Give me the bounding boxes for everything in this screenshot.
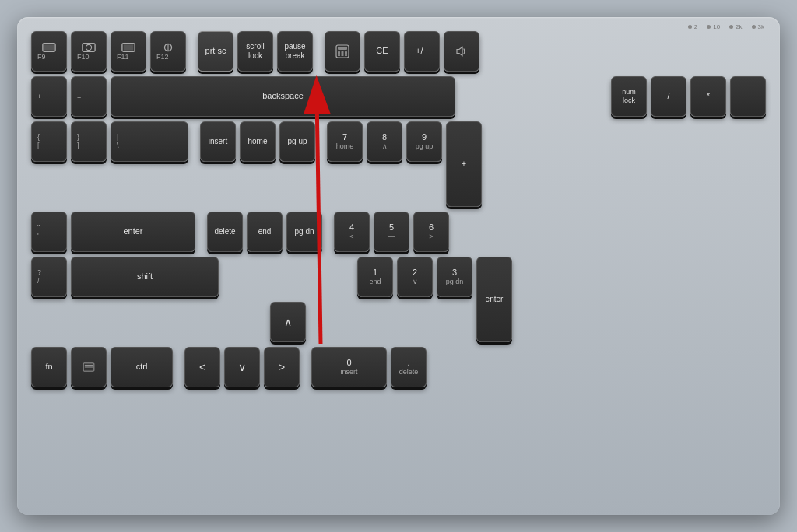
key-plusminus[interactable]: +/− <box>404 31 440 72</box>
key-plusminus-label: +/− <box>416 46 428 56</box>
key-close-brace[interactable]: } ] <box>71 121 107 162</box>
key-ce[interactable]: CE <box>364 31 400 72</box>
row4-nav: ∧ <box>230 257 346 342</box>
key-ce-label: CE <box>376 46 388 56</box>
key-num7[interactable]: 7 home <box>327 121 363 162</box>
key-num-enter[interactable]: enter <box>476 257 512 342</box>
key-num9[interactable]: 9 pg up <box>406 121 442 162</box>
key-open-brace[interactable]: { [ <box>31 121 67 162</box>
led-dot-2 <box>707 25 711 29</box>
keyboard-body: 2 10 2k 3k F9 F10 <box>17 17 780 515</box>
led-label-2: 10 <box>713 23 720 30</box>
key-num-asterisk[interactable]: * <box>690 76 726 117</box>
key-f12[interactable]: F12 <box>150 31 186 72</box>
key-end[interactable]: end <box>247 212 283 252</box>
row3-nav: delete end pg dn <box>207 212 322 252</box>
row5-numpad: 0 insert . delete <box>311 347 427 387</box>
key-arrow-left[interactable]: < <box>184 347 220 387</box>
key-fn[interactable]: fn <box>31 347 67 387</box>
led-label-3: 2k <box>736 23 742 30</box>
key-num-plus[interactable]: + <box>446 121 482 207</box>
key-quote[interactable]: " ' <box>31 212 67 252</box>
led-2: 10 <box>707 23 720 30</box>
key-scrolllock-label: scrolllock <box>246 42 264 61</box>
key-num-slash[interactable]: / <box>651 76 686 117</box>
key-f11[interactable]: F11 <box>111 31 146 72</box>
key-num8[interactable]: 8 ∧ <box>367 121 402 162</box>
key-ctrl[interactable]: ctrl <box>111 347 173 387</box>
row3-main: " ' enter <box>31 212 195 252</box>
key-plus-sym[interactable]: + <box>31 76 67 117</box>
key-question[interactable]: ? / <box>31 257 67 297</box>
row3-numpad: 4 < 5 — 6 > <box>334 212 449 252</box>
row2-nav: insert home pg up <box>200 121 315 207</box>
led-dot-1 <box>688 25 692 29</box>
key-pause[interactable]: pausebreak <box>277 31 313 72</box>
row1-main: + = backspace <box>31 76 455 117</box>
key-mute[interactable] <box>444 31 479 72</box>
key-prtsc-label: prt sc <box>205 46 226 56</box>
key-num-minus[interactable]: − <box>730 76 766 117</box>
row4-numpad: 1 end 2 ∨ 3 pg dn enter <box>357 257 512 342</box>
key-num-dot[interactable]: . delete <box>391 347 427 387</box>
key-pause-label: pausebreak <box>284 42 305 61</box>
key-backspace-label: backspace <box>262 91 304 101</box>
key-arrow-right[interactable]: > <box>264 347 300 387</box>
key-f10[interactable]: F10 <box>71 31 107 72</box>
row2-main: { [ } ] | \ <box>31 121 188 207</box>
key-pgup[interactable]: pg up <box>279 121 315 162</box>
led-dot-4 <box>752 25 756 29</box>
fn-numpad-section: CE +/− <box>325 31 479 72</box>
key-insert[interactable]: insert <box>200 121 236 162</box>
key-numlock[interactable]: numlock <box>611 76 647 117</box>
svg-point-3 <box>86 44 91 50</box>
row4: ? / shift ∧ 1 end <box>31 257 766 342</box>
key-shift-right[interactable]: shift <box>71 257 219 297</box>
svg-rect-13 <box>338 54 340 56</box>
key-delete[interactable]: delete <box>207 212 243 252</box>
key-menu[interactable] <box>71 347 107 387</box>
key-prtsc[interactable]: prt sc <box>198 31 233 72</box>
svg-rect-12 <box>345 51 347 54</box>
row4-main: ? / shift <box>31 257 219 342</box>
row5: fn ctrl < <box>31 347 766 387</box>
led-4: 3k <box>752 23 764 30</box>
key-num0[interactable]: 0 insert <box>311 347 387 387</box>
led-label-4: 3k <box>758 23 764 30</box>
key-num6[interactable]: 6 > <box>413 212 449 252</box>
key-backspace[interactable]: backspace <box>111 76 455 117</box>
key-num3[interactable]: 3 pg dn <box>437 257 472 297</box>
key-num2[interactable]: 2 ∨ <box>397 257 433 297</box>
row5-arrows: < ∨ > <box>184 347 300 387</box>
key-pgdn[interactable]: pg dn <box>286 212 322 252</box>
led-dot-3 <box>729 25 733 29</box>
key-equals[interactable]: = <box>71 76 107 117</box>
svg-rect-5 <box>124 44 134 50</box>
key-num5[interactable]: 5 — <box>374 212 409 252</box>
key-calc[interactable] <box>325 31 360 72</box>
svg-rect-15 <box>345 54 347 56</box>
key-arrow-up[interactable]: ∧ <box>270 302 306 342</box>
row1-nav-spacer <box>467 76 599 117</box>
keyboard-rows: F9 F10 F11 F12 prt sc <box>31 31 766 498</box>
key-home[interactable]: home <box>240 121 276 162</box>
svg-rect-10 <box>338 51 340 54</box>
led-1: 2 <box>688 23 697 30</box>
row1: + = backspace numlock / <box>31 76 766 117</box>
key-enter[interactable]: enter <box>71 212 195 252</box>
svg-rect-1 <box>44 44 54 50</box>
row2: { [ } ] | \ insert home <box>31 121 766 207</box>
row5-main: fn ctrl <box>31 347 173 387</box>
row1-numpad: numlock / * − <box>611 76 766 117</box>
key-num4[interactable]: 4 < <box>334 212 370 252</box>
key-arrow-down[interactable]: ∨ <box>224 347 260 387</box>
row2-numpad: 7 home 8 ∧ 9 pg up + <box>327 121 482 207</box>
svg-rect-14 <box>342 54 344 56</box>
fn-main-section: F9 F10 F11 F12 <box>31 31 186 72</box>
key-backslash[interactable]: | \ <box>111 121 188 162</box>
key-scrolllock[interactable]: scrolllock <box>237 31 273 72</box>
key-num1[interactable]: 1 end <box>357 257 393 297</box>
led-3: 2k <box>729 23 742 30</box>
fn-nav-section: prt sc scrolllock pausebreak <box>198 31 313 72</box>
key-f9[interactable]: F9 <box>31 31 67 72</box>
